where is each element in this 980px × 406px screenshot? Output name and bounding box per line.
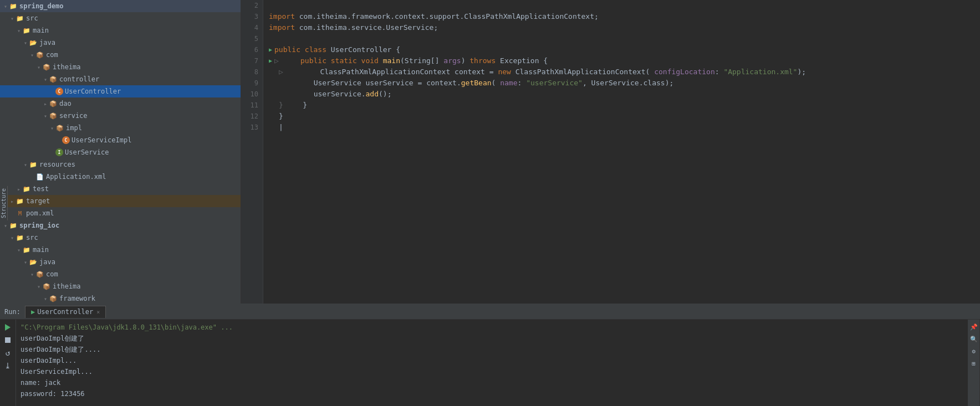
- scroll-end-btn[interactable]: ⤓: [2, 360, 13, 371]
- main-area: 📁 spring_demo 📁 src 📁 main 📂 java 📦 com: [0, 0, 980, 304]
- folder-icon-spring-demo: 📁: [9, 2, 18, 11]
- folder-icon-spring-ioc: 📁: [9, 221, 18, 230]
- str-appxml: "Application.xml": [723, 66, 797, 78]
- structure-label[interactable]: Structure: [1, 188, 7, 218]
- cursor-13: |: [279, 122, 283, 133]
- brace-7: {: [543, 55, 548, 66]
- run-panel: Run: ▶ UserController × ↺ ⤓: [0, 304, 980, 406]
- arrow-test: [16, 186, 22, 192]
- stop-btn[interactable]: [2, 335, 13, 346]
- tree-main-2[interactable]: 📁 main: [0, 244, 241, 256]
- type-string-7: String: [405, 55, 431, 66]
- classname-6: UserController: [331, 44, 396, 55]
- tree-itheima-2[interactable]: 📦 itheima: [0, 280, 241, 292]
- kw-class-6: class: [305, 44, 331, 55]
- tree-itheima-1[interactable]: 📦 itheima: [0, 61, 241, 73]
- label-com-2: com: [46, 270, 58, 278]
- tree-user-service[interactable]: I UserService: [0, 146, 241, 158]
- output-text-1: userDaoImpl创建了: [21, 333, 84, 344]
- tree-dao[interactable]: 📦 dao: [0, 97, 241, 110]
- code-line-11: } }: [269, 100, 974, 111]
- label-main-2: main: [33, 246, 49, 254]
- code-line-9: UserService userService = context.getBea…: [269, 78, 974, 89]
- arrow-service-1: [42, 112, 49, 119]
- code-line-5: [269, 33, 974, 44]
- ln-13: 13: [246, 122, 258, 133]
- block-11: }: [279, 100, 283, 111]
- layout-btn[interactable]: ⊞: [969, 358, 979, 368]
- settings-btn[interactable]: ⚙: [969, 346, 979, 356]
- arr-7: []: [431, 55, 443, 66]
- line-numbers: 2 3 4 5 6 7 8 9 10 11 12 13: [241, 0, 263, 304]
- block-8: ▷: [279, 66, 283, 78]
- run-arrow-6[interactable]: ▶: [269, 44, 272, 55]
- spaces-9: [279, 78, 314, 89]
- tree-java-2[interactable]: 📂 java: [0, 256, 241, 268]
- spaces-8: [285, 66, 320, 78]
- arrow-java-2: [22, 259, 29, 265]
- play-btn[interactable]: [2, 322, 13, 333]
- tree-test[interactable]: 📁 test: [0, 183, 241, 195]
- code-line-10: userService.add();: [269, 89, 974, 100]
- arrow-itheima-1: [35, 64, 42, 70]
- folder-icon-target: 📁: [16, 197, 24, 205]
- type-exception: Exception: [500, 55, 543, 66]
- tree-src-2[interactable]: 📁 src: [0, 232, 241, 244]
- source-icon-java-2: 📂: [29, 258, 38, 266]
- close-12: }: [279, 111, 283, 122]
- str-userservice: "userService": [526, 78, 583, 89]
- kw-void-7: void: [361, 55, 383, 66]
- tree-user-service-impl[interactable]: C UserServiceImpl: [0, 134, 241, 146]
- arrow-spring-ioc: [2, 222, 9, 229]
- tree-src-1[interactable]: 📁 src: [0, 12, 241, 24]
- tree-com-2[interactable]: 📦 com: [0, 268, 241, 280]
- play-icon-tab: ▶: [31, 308, 35, 316]
- colon-8: :: [715, 66, 724, 78]
- tree-user-controller[interactable]: C UserController: [0, 85, 241, 97]
- eq-8: =: [489, 66, 498, 78]
- tree-application-xml[interactable]: 📄 Application.xml: [0, 171, 241, 183]
- tree-pom-xml-1[interactable]: M pom.xml: [0, 207, 241, 219]
- pin-btn[interactable]: 📌: [969, 322, 979, 332]
- ln-3: 3: [246, 11, 258, 22]
- type-classpathctx: ClassPathXmlApplicationContext: [320, 66, 455, 78]
- tree-framework[interactable]: 📦 framework: [0, 292, 241, 304]
- run-tab-bar: Run: ▶ UserController ×: [0, 304, 980, 320]
- arrow-src-2: [9, 234, 16, 241]
- tree-controller[interactable]: 📦 controller: [0, 73, 241, 85]
- tree-com-1[interactable]: 📦 com: [0, 49, 241, 61]
- folder-icon-test: 📁: [22, 184, 31, 193]
- run-arrow-7[interactable]: ▶: [269, 55, 272, 66]
- label-resources: resources: [39, 161, 75, 168]
- tree-target[interactable]: 📁 target: [0, 195, 241, 207]
- tree-impl[interactable]: 📦 impl: [0, 122, 241, 134]
- arrow-main-2: [16, 246, 22, 253]
- tree-resources[interactable]: 📁 resources: [0, 158, 241, 171]
- project-spring-demo[interactable]: 📁 spring_demo: [0, 0, 241, 12]
- colon-9: :: [518, 78, 527, 89]
- output-line-2: userDaoImpl创建了....: [21, 344, 963, 355]
- tree-main-1[interactable]: 📁 main: [0, 24, 241, 37]
- code-lines[interactable]: import com.itheima.framework.context.sup…: [263, 0, 980, 304]
- tree-java-1[interactable]: 📂 java: [0, 37, 241, 49]
- code-line-7: ▶ ▷ public static void main(String[] arg…: [269, 55, 974, 66]
- project-spring-ioc[interactable]: 📁 spring_ioc: [0, 219, 241, 232]
- rerun-btn[interactable]: ↺: [2, 347, 13, 358]
- brace-6: {: [396, 44, 400, 55]
- run-tab-user-controller[interactable]: ▶ UserController ×: [25, 306, 106, 318]
- param-args: args: [443, 55, 461, 66]
- code-line-4: import com.itheima.service.UserService;: [269, 22, 974, 33]
- pom-icon-1: M: [16, 209, 24, 218]
- tree-service-1[interactable]: 📦 service: [0, 110, 241, 122]
- label-framework: framework: [59, 295, 95, 302]
- type-userservice-cls: UserService: [591, 78, 639, 89]
- ln-10: 10: [246, 89, 258, 100]
- close-tab-btn[interactable]: ×: [96, 309, 100, 315]
- folder-icon-resources: 📁: [29, 160, 38, 169]
- filter-btn[interactable]: 🔍: [969, 334, 979, 344]
- paren-9a: (: [492, 78, 501, 89]
- code-line-3: import com.itheima.framework.context.sup…: [269, 11, 974, 22]
- kw-public-6: public: [274, 44, 305, 55]
- package-icon-itheima-2: 📦: [42, 282, 51, 291]
- arrow-spring-demo: [2, 3, 9, 9]
